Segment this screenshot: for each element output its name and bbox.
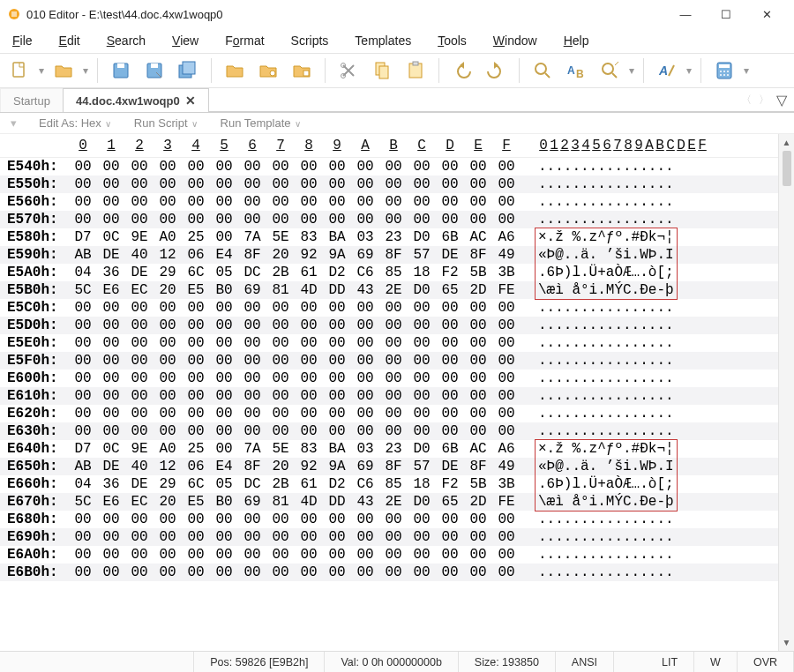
byte-cell[interactable]: 00 xyxy=(182,422,210,440)
byte-cell[interactable]: 00 xyxy=(266,175,295,193)
byte-cell[interactable]: 40 xyxy=(125,458,154,475)
byte-cell[interactable]: 00 xyxy=(464,387,492,405)
ascii-cell[interactable]: ................ xyxy=(538,334,674,352)
byte-cell[interactable]: 00 xyxy=(464,334,492,352)
byte-cell[interactable]: 00 xyxy=(492,405,521,422)
byte-cell[interactable]: 00 xyxy=(154,370,182,387)
ascii-cell[interactable]: ................ xyxy=(538,158,674,175)
byte-cell[interactable]: 00 xyxy=(436,352,464,370)
byte-cell[interactable]: FE xyxy=(492,493,521,511)
byte-cell[interactable]: 00 xyxy=(266,317,295,334)
byte-cell[interactable]: 9A xyxy=(323,458,351,475)
byte-cell[interactable]: 00 xyxy=(125,405,154,422)
byte-cell[interactable]: 25 xyxy=(182,228,210,246)
byte-cell[interactable]: 05 xyxy=(210,264,238,281)
byte-cell[interactable]: 00 xyxy=(351,422,379,440)
byte-cell[interactable]: 00 xyxy=(436,422,464,440)
byte-cell[interactable]: 00 xyxy=(351,511,379,528)
hex-row[interactable]: E580h:D70C9EA025007A5E83BA0323D06BACA6×.… xyxy=(0,228,778,246)
byte-cell[interactable]: 06 xyxy=(182,246,210,264)
byte-cell[interactable]: 3B xyxy=(492,475,521,493)
byte-cell[interactable]: 00 xyxy=(492,387,521,405)
byte-cell[interactable]: 00 xyxy=(492,334,521,352)
ascii-cell[interactable]: ................ xyxy=(538,211,674,228)
byte-cell[interactable]: 69 xyxy=(238,281,266,299)
byte-cell[interactable]: 00 xyxy=(379,352,408,370)
byte-cell[interactable]: 18 xyxy=(408,264,436,281)
calculator-button[interactable] xyxy=(710,56,738,85)
byte-cell[interactable]: 00 xyxy=(210,564,238,581)
byte-cell[interactable]: 00 xyxy=(408,193,436,211)
byte-cell[interactable]: 00 xyxy=(351,211,379,228)
byte-cell[interactable]: 8F xyxy=(379,458,408,475)
byte-cell[interactable]: 00 xyxy=(351,564,379,581)
byte-cell[interactable]: 00 xyxy=(351,175,379,193)
byte-cell[interactable]: 00 xyxy=(464,528,492,546)
byte-cell[interactable]: 20 xyxy=(154,493,182,511)
byte-cell[interactable]: 8F xyxy=(379,246,408,264)
byte-cell[interactable]: A0 xyxy=(154,228,182,246)
byte-cell[interactable]: 12 xyxy=(154,246,182,264)
byte-cell[interactable]: DD xyxy=(323,281,351,299)
byte-cell[interactable]: 00 xyxy=(210,158,238,175)
byte-cell[interactable]: 00 xyxy=(464,193,492,211)
byte-cell[interactable]: 00 xyxy=(266,299,295,317)
byte-cell[interactable]: 00 xyxy=(97,511,125,528)
byte-cell[interactable]: 00 xyxy=(210,175,238,193)
byte-cell[interactable]: 00 xyxy=(295,370,323,387)
byte-cell[interactable]: 00 xyxy=(295,211,323,228)
ascii-cell[interactable]: ................ xyxy=(538,317,674,334)
menu-view[interactable]: View xyxy=(167,32,204,49)
open-folder-button[interactable] xyxy=(221,56,249,85)
byte-cell[interactable]: 9A xyxy=(323,246,351,264)
byte-cell[interactable]: 00 xyxy=(266,352,295,370)
byte-cell[interactable]: AC xyxy=(464,440,492,458)
byte-cell[interactable]: 00 xyxy=(210,511,238,528)
byte-cell[interactable]: 00 xyxy=(69,317,97,334)
byte-cell[interactable]: 00 xyxy=(69,422,97,440)
byte-cell[interactable]: 43 xyxy=(351,493,379,511)
copy-button[interactable] xyxy=(368,56,396,85)
byte-cell[interactable]: 00 xyxy=(125,158,154,175)
byte-cell[interactable]: 00 xyxy=(69,175,97,193)
byte-cell[interactable]: 00 xyxy=(266,334,295,352)
byte-cell[interactable]: 00 xyxy=(323,422,351,440)
hex-row[interactable]: E650h:ABDE401206E48F20929A698F57DE8F49«Þ… xyxy=(0,458,778,475)
byte-cell[interactable]: 2B xyxy=(266,264,295,281)
byte-cell[interactable]: 00 xyxy=(182,564,210,581)
ascii-cell[interactable]: ................ xyxy=(538,564,674,581)
hex-row[interactable]: E660h:0436DE296C05DC2B61D2C68518F25B3B.6… xyxy=(0,475,778,493)
run-template-selector[interactable]: Run Template∨ xyxy=(221,116,301,130)
byte-cell[interactable]: 00 xyxy=(436,370,464,387)
replace-button[interactable]: AB xyxy=(562,56,590,85)
byte-cell[interactable]: 00 xyxy=(238,299,266,317)
hex-row[interactable]: E540h:00000000000000000000000000000000..… xyxy=(0,158,778,175)
byte-cell[interactable]: 00 xyxy=(97,175,125,193)
byte-cell[interactable]: 00 xyxy=(464,299,492,317)
byte-cell[interactable]: 00 xyxy=(69,511,97,528)
byte-cell[interactable]: 6B xyxy=(436,228,464,246)
byte-cell[interactable]: 00 xyxy=(97,211,125,228)
save-as-button[interactable] xyxy=(140,56,169,85)
byte-cell[interactable]: 00 xyxy=(69,387,97,405)
byte-cell[interactable]: A6 xyxy=(492,440,521,458)
byte-cell[interactable]: 00 xyxy=(238,334,266,352)
byte-cell[interactable]: 00 xyxy=(210,528,238,546)
ascii-cell[interactable]: ×.ž %.z^ƒº.#Ðk¬¦ xyxy=(538,440,674,458)
byte-cell[interactable]: 6B xyxy=(436,440,464,458)
byte-cell[interactable]: 00 xyxy=(238,370,266,387)
byte-cell[interactable]: 00 xyxy=(492,422,521,440)
byte-cell[interactable]: 00 xyxy=(492,317,521,334)
byte-cell[interactable]: 00 xyxy=(408,352,436,370)
byte-cell[interactable]: 00 xyxy=(154,564,182,581)
byte-cell[interactable]: 00 xyxy=(69,299,97,317)
byte-cell[interactable]: 00 xyxy=(323,193,351,211)
open-file-button[interactable] xyxy=(49,56,78,85)
byte-cell[interactable]: DE xyxy=(97,246,125,264)
byte-cell[interactable]: 00 xyxy=(182,211,210,228)
byte-cell[interactable]: 00 xyxy=(464,352,492,370)
byte-cell[interactable]: 00 xyxy=(238,352,266,370)
byte-cell[interactable]: 29 xyxy=(154,475,182,493)
byte-cell[interactable]: 00 xyxy=(238,317,266,334)
byte-cell[interactable]: 00 xyxy=(408,158,436,175)
